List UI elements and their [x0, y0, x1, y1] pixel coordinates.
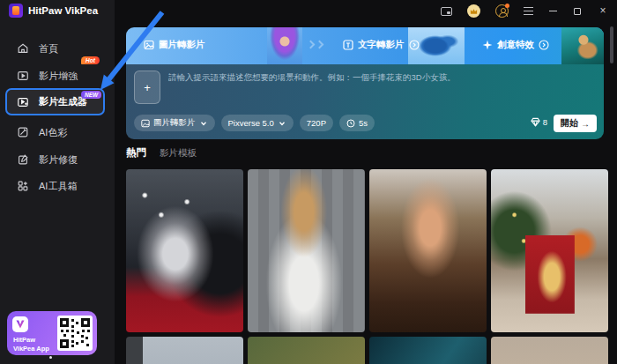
- display-icon[interactable]: [441, 4, 452, 19]
- sidebar-item-label: 首頁: [39, 42, 58, 56]
- start-button[interactable]: 開始 →: [554, 115, 597, 132]
- ai-toolbox-icon: [17, 180, 29, 192]
- chevron-down-icon: [199, 119, 208, 128]
- duration-button[interactable]: 5s: [339, 115, 375, 131]
- tab-creative-effects[interactable]: 創意特效: [482, 39, 549, 51]
- mode-select[interactable]: 圖片轉影片: [134, 115, 215, 131]
- titlebar: ×: [441, 0, 617, 22]
- sparkle-icon: [482, 40, 493, 50]
- app-window: × HitPaw VikPea 首頁 影片增強 Hot 影片生成器 NEW: [0, 0, 617, 364]
- model-select[interactable]: Pixverse 5.0: [221, 115, 294, 131]
- chevron-decor-icon: [307, 41, 316, 49]
- sidebar-item-video-repair[interactable]: 影片修復: [0, 146, 115, 173]
- start-button-label: 開始: [561, 117, 578, 130]
- generator-banner: 圖片轉影片 文字轉影片 創意特效: [126, 27, 604, 139]
- maximize-button[interactable]: [573, 4, 583, 19]
- tab-label: 創意特效: [497, 39, 534, 51]
- template-thumb-street[interactable]: [491, 337, 608, 364]
- credits-value: 8: [543, 117, 547, 127]
- prompt-panel: + 圖片轉影片 Pixverse 5.0: [126, 64, 604, 139]
- template-thumb-armor[interactable]: [369, 337, 487, 364]
- qr-code: [57, 316, 93, 351]
- sidebar-item-ai-toolbox[interactable]: AI工具箱: [0, 173, 115, 199]
- template-thumb-creature[interactable]: [248, 337, 365, 364]
- banner-tab-strip: 圖片轉影片 文字轉影片 創意特效: [126, 27, 604, 64]
- app-title: HitPaw VikPea: [28, 5, 98, 16]
- scrollbar[interactable]: [610, 26, 613, 63]
- model-select-value: Pixverse 5.0: [228, 118, 274, 128]
- tab-image-to-video[interactable]: 圖片轉影片: [144, 39, 205, 51]
- clock-icon: [346, 119, 355, 128]
- app-brand: HitPaw VikPea: [9, 4, 98, 18]
- menu-icon[interactable]: [524, 4, 533, 19]
- tab-hot[interactable]: 熱門: [126, 146, 146, 160]
- resolution-value: 720P: [307, 118, 326, 128]
- purple-hair-woman-image: [267, 27, 302, 64]
- template-thumb-red-carpet[interactable]: [126, 169, 243, 332]
- chevron-decor-icon: [316, 41, 324, 49]
- carousel-dot[interactable]: [49, 356, 52, 359]
- gem-icon: [531, 117, 540, 127]
- template-gallery: [126, 169, 608, 364]
- home-icon: [17, 42, 29, 55]
- account-icon[interactable]: [495, 4, 509, 19]
- new-badge: NEW: [81, 91, 101, 99]
- upload-image-button[interactable]: +: [134, 71, 160, 104]
- tab-text-to-video[interactable]: 文字轉影片: [343, 39, 420, 51]
- tab-video-templates[interactable]: 影片模板: [160, 147, 197, 160]
- ai-color-icon: [17, 126, 29, 138]
- picture-icon: [144, 40, 154, 50]
- tab-label: 圖片轉影片: [159, 39, 205, 51]
- video-generator-icon: [17, 96, 29, 108]
- template-thumb-victorian[interactable]: [126, 337, 243, 364]
- sidebar-item-label: AI工具箱: [39, 180, 77, 193]
- chevron-right-icon: [539, 40, 549, 50]
- template-thumb-white-dress[interactable]: [248, 169, 365, 332]
- sidebar-item-ai-color[interactable]: AI色彩: [0, 119, 115, 145]
- sidebar-item-label: 影片生成器: [39, 95, 87, 108]
- app-card-line2: VikPea App: [13, 345, 49, 353]
- mobile-app-card[interactable]: HitPaw VikPea App: [7, 311, 97, 355]
- mode-select-value: 圖片轉影片: [153, 117, 196, 129]
- vikpea-app-logo-icon: [12, 316, 28, 332]
- sidebar: HitPaw VikPea 首頁 影片增強 Hot 影片生成器 NEW: [0, 0, 115, 364]
- app-logo-icon: [9, 4, 23, 18]
- text-icon: [343, 40, 353, 50]
- plus-icon: +: [144, 81, 151, 94]
- video-repair-icon: [17, 153, 29, 166]
- vip-crown-icon[interactable]: [467, 4, 480, 19]
- generation-options: 圖片轉影片 Pixverse 5.0 720P: [134, 115, 375, 131]
- template-thumb-christmas-card[interactable]: [491, 169, 608, 332]
- sidebar-item-video-enhance[interactable]: 影片增強: [0, 63, 115, 89]
- hot-badge: Hot: [81, 56, 100, 64]
- template-thumb-autumn-portrait[interactable]: [369, 169, 487, 332]
- credits-counter: 8: [531, 117, 547, 127]
- tab-label: 文字轉影片: [358, 39, 405, 51]
- sidebar-item-label: 影片修復: [39, 153, 78, 167]
- chevron-down-icon: [278, 119, 286, 128]
- sidebar-item-label: AI色彩: [39, 126, 67, 139]
- app-card-line1: HitPaw: [13, 336, 35, 344]
- picture-icon: [141, 119, 150, 128]
- resolution-button[interactable]: 720P: [300, 115, 333, 131]
- duration-value: 5s: [359, 118, 368, 128]
- wizard-image: [561, 27, 604, 64]
- prompt-input[interactable]: [168, 72, 591, 82]
- chevron-right-icon: [409, 40, 420, 50]
- minimize-button[interactable]: [548, 4, 558, 19]
- template-tabs: 熱門 影片模板: [126, 146, 197, 160]
- sidebar-item-label: 影片增強: [39, 70, 78, 83]
- arrow-right-icon: →: [581, 119, 590, 129]
- video-enhance-icon: [17, 70, 29, 82]
- close-button[interactable]: ×: [598, 0, 608, 22]
